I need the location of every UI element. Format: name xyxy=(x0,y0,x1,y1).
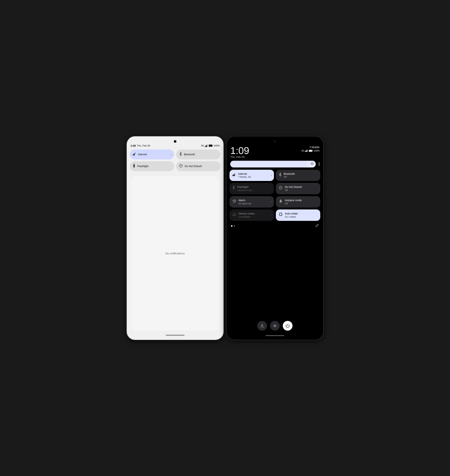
battery-icon-right xyxy=(309,150,313,152)
no-notifications-text: No notifications xyxy=(166,252,185,255)
phone-left: 1:08 Thu, Feb 29 3G xyxy=(126,136,224,340)
alarm-title-right: Alarm xyxy=(238,199,251,202)
svg-rect-12 xyxy=(134,167,134,168)
alarm-chevron-right: › xyxy=(271,200,272,203)
battery-icon-left xyxy=(209,145,213,147)
dnd-icon-right xyxy=(279,186,283,191)
airplane-sub-right: Off xyxy=(285,202,302,205)
brightness-row xyxy=(226,160,323,170)
settings-button[interactable] xyxy=(270,321,280,331)
dnd-label-left: Do Not Disturb xyxy=(185,165,218,168)
battery-left: 100% xyxy=(213,144,220,147)
svg-marker-11 xyxy=(133,165,135,167)
alarm-icon-right xyxy=(232,199,236,204)
brightness-drag-handle[interactable] xyxy=(319,162,320,166)
carrier-right: T-Mobile xyxy=(301,146,320,149)
flashlight-label-left: Flashlight xyxy=(137,165,171,168)
svg-point-22 xyxy=(311,163,313,164)
svg-rect-1 xyxy=(206,145,206,147)
qs-tile-flashlight-left[interactable]: Flashlight xyxy=(130,161,174,171)
svg-rect-45 xyxy=(279,213,282,216)
autorotate-sub-right: On / folded xyxy=(285,216,298,218)
internet-label-left: Internet xyxy=(138,153,168,156)
bluetooth-sub-right: Off xyxy=(284,176,295,178)
edit-icon[interactable] xyxy=(315,224,319,228)
svg-rect-34 xyxy=(235,173,235,176)
svg-rect-18 xyxy=(308,150,308,152)
time-right: 1:09 xyxy=(230,146,249,156)
status-icons-right: 3G 100% xyxy=(301,150,320,152)
svg-rect-8 xyxy=(134,154,134,156)
autorotate-title-right: Auto-rotate xyxy=(285,212,298,215)
svg-rect-7 xyxy=(133,154,133,156)
home-indicator-left xyxy=(166,335,184,336)
power-button[interactable] xyxy=(283,321,292,331)
device-control-chevron-right: › xyxy=(271,214,272,217)
svg-rect-32 xyxy=(233,174,234,176)
svg-rect-35 xyxy=(233,186,234,187)
svg-rect-5 xyxy=(209,145,212,146)
dot-2 xyxy=(234,225,235,227)
home-indicator-right xyxy=(266,335,284,336)
svg-line-44 xyxy=(235,200,236,200)
user-button[interactable] xyxy=(257,321,267,331)
svg-rect-10 xyxy=(134,164,135,165)
qs-tile-alarm-right[interactable]: Alarm No alarm set › xyxy=(230,196,274,208)
device-control-title-right: Device contro.. xyxy=(238,212,256,215)
signal-icon-right xyxy=(305,150,308,152)
network-right: 3G xyxy=(301,150,304,152)
right-status-bar: 1:09 Thu, Feb 29 T-Mobile 3G xyxy=(226,143,323,160)
bluetooth-icon-right xyxy=(279,173,281,177)
battery-right: 100% xyxy=(314,150,320,152)
svg-rect-9 xyxy=(134,153,135,156)
home-icon-right xyxy=(232,212,236,217)
qs-tile-airplane-right[interactable]: Airplane mode Off xyxy=(276,196,320,208)
phone-right: 1:09 Thu, Feb 29 T-Mobile 3G xyxy=(226,136,324,340)
notification-area: No notifications xyxy=(131,176,219,331)
signal-icon-left xyxy=(205,145,208,147)
qs-tile-bluetooth-right[interactable]: Bluetooth Off xyxy=(276,170,320,181)
alarm-sub-right: No alarm set xyxy=(238,202,251,205)
qs-tile-dnd-left[interactable]: Do Not Disturb xyxy=(176,161,220,171)
brightness-icon xyxy=(310,162,314,166)
brightness-slider[interactable] xyxy=(230,161,316,168)
internet-sub-right: T-Mobile, 3G xyxy=(238,176,251,178)
qs-tile-autorotate-right[interactable]: Auto-rotate On / folded xyxy=(276,209,320,221)
qs-tile-dnd-right[interactable]: Do Not Disturb Off xyxy=(276,183,320,194)
internet-title-right: Internet xyxy=(238,172,251,175)
qs-tile-bluetooth-left[interactable]: Bluetooth xyxy=(176,150,220,159)
quick-settings-left: Internet › Bluetooth xyxy=(127,148,224,175)
qs-tile-internet-right[interactable]: Internet T-Mobile, 3G › xyxy=(230,170,274,181)
dnd-icon-left xyxy=(179,164,183,168)
signal-icon xyxy=(133,152,136,157)
time-left: 1:08 xyxy=(130,144,136,147)
svg-rect-20 xyxy=(309,150,312,151)
date-left: Thu, Feb 29 xyxy=(137,144,150,147)
svg-line-43 xyxy=(233,200,233,200)
svg-rect-21 xyxy=(313,150,313,151)
qs-tile-device-control-right[interactable]: Device contro.. Unavailable › xyxy=(230,209,274,221)
svg-line-27 xyxy=(311,163,311,163)
pagination-row xyxy=(226,221,323,231)
bluetooth-label-left: Bluetooth xyxy=(184,153,218,156)
svg-rect-2 xyxy=(207,145,207,147)
qs-tile-internet-left[interactable]: Internet › xyxy=(130,150,174,159)
dot-1 xyxy=(231,225,232,227)
svg-rect-15 xyxy=(305,151,306,152)
internet-chevron-right: › xyxy=(271,174,272,177)
flashlight-title-right: Flashlight xyxy=(237,186,252,189)
camera-cutout-left xyxy=(174,140,177,143)
svg-rect-6 xyxy=(212,145,213,146)
svg-rect-37 xyxy=(233,189,234,189)
flashlight-icon-right xyxy=(232,186,235,191)
svg-point-47 xyxy=(261,325,263,326)
svg-line-28 xyxy=(313,164,314,165)
quick-settings-right: Internet T-Mobile, 3G › Bluetooth Off xyxy=(226,170,323,221)
svg-rect-31 xyxy=(232,175,233,176)
svg-rect-33 xyxy=(234,174,235,176)
page-dots xyxy=(231,225,235,227)
flashlight-icon-left xyxy=(133,164,135,168)
svg-line-42 xyxy=(234,201,235,202)
dnd-sub-right: Off xyxy=(285,189,302,192)
qs-tile-flashlight-right[interactable]: Flashlight Camera in use xyxy=(230,183,274,194)
